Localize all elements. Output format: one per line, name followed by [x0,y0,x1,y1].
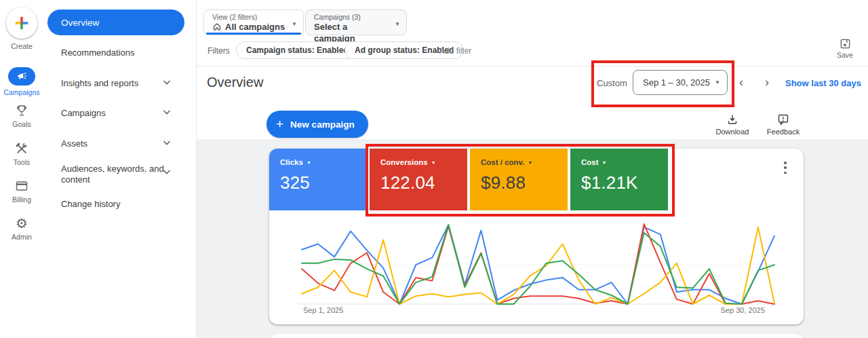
chevron-down-icon[interactable] [163,80,171,86]
nav-item-assets[interactable]: Assets [61,138,87,149]
metric-card-conversions[interactable]: Conversions▼ 122.04 [370,149,467,210]
google-plus-icon [14,16,29,31]
metric-label: Clicks [280,158,303,166]
save-icon [840,38,851,50]
header-divider [197,66,868,67]
metric-dropdown-icon[interactable]: ▼ [602,160,607,165]
new-campaign-label: New campaign [290,119,355,130]
nav-item-audiences-keywords-content[interactable]: Audiences, keywords, and content [61,164,164,185]
card-more-options-button[interactable] [780,160,791,175]
metric-card-cost[interactable]: Cost▼ $1.21K [570,149,668,210]
campaign-dropdown-value: Select a campaign [314,21,389,44]
metric-label: Cost / conv. [481,158,524,166]
google-ads-app: Create Campaigns Goals [0,0,868,338]
tools-icon [15,142,28,155]
chevron-down-icon[interactable] [163,140,171,146]
megaphone-icon [16,71,28,81]
plus-icon: + [276,117,283,132]
view-dropdown-value: All campaigns [225,21,285,33]
rail-item-goals[interactable] [15,104,28,117]
chart-line-cost [302,225,774,304]
view-filter-dropdown[interactable]: View (2 filters) All campaigns ▼ [203,10,304,35]
nav-overview-label: Overview [61,18,99,28]
download-icon [726,113,738,126]
rail-item-billing[interactable] [15,179,28,193]
campaign-select-dropdown[interactable]: Campaigns (3) Select a campaign ▼ [305,10,407,35]
rail-item-tools[interactable] [15,142,28,155]
save-label: Save [831,51,859,59]
date-mode-label: Custom [597,78,627,88]
metric-card-clicks[interactable]: Clicks▼ 325 [269,149,367,210]
metric-value: 122.04 [380,172,467,193]
nav-item-insights-and-reports[interactable]: Insights and reports [61,78,138,88]
metric-dropdown-icon[interactable]: ▼ [431,160,436,165]
icon-rail: Create Campaigns Goals [0,0,43,338]
next-period-button[interactable]: › [760,75,774,90]
save-button[interactable]: Save [831,38,859,59]
overview-summary-card: Clicks▼ 325 Conversions▼ 122.04 Cost / c… [269,149,804,324]
download-button[interactable]: Download [713,113,752,136]
rail-item-admin[interactable]: ⚙ [15,217,28,230]
nav-item-overview[interactable]: Overview [47,10,184,35]
add-filter-button[interactable]: Add filter [439,46,471,56]
campaign-dropdown-label: Campaigns (3) [314,13,389,21]
date-range-picker[interactable]: Sep 1 – 30, 2025 ▼ [633,70,728,95]
metric-card-cost-per-conv[interactable]: Cost / conv.▼ $9.88 [470,149,568,210]
rail-item-campaigns[interactable] [8,67,35,86]
metric-value: $1.21K [581,172,668,193]
metric-dropdown-icon[interactable]: ▼ [307,160,311,165]
next-section-card [269,334,804,338]
download-label: Download [713,128,752,136]
create-label: Create [0,42,43,50]
previous-period-button[interactable]: ‹ [734,75,749,90]
rail-billing-label: Billing [0,195,43,204]
section-nav: Overview Recommendations Insights and re… [43,0,197,338]
new-campaign-button[interactable]: + New campaign [267,111,368,138]
metric-scorecards: Clicks▼ 325 Conversions▼ 122.04 Cost / c… [269,149,668,210]
show-last-30-days-link[interactable]: Show last 30 days [785,78,861,88]
dropdown-caret-icon: ▼ [292,21,297,27]
chevron-down-icon[interactable] [163,110,171,115]
dropdown-caret-icon: ▼ [395,21,400,27]
rail-campaigns-label: Campaigns [0,88,43,96]
feedback-icon [777,113,789,126]
metric-dropdown-icon[interactable]: ▼ [528,160,532,165]
create-button[interactable] [6,7,37,39]
page-title: Overview [207,75,263,90]
chart-line-clicks [302,225,774,304]
home-icon [212,22,222,31]
trophy-icon [15,104,28,117]
metric-value: $9.88 [481,172,568,193]
feedback-label: Feedback [764,128,803,136]
nav-item-change-history[interactable]: Change history [61,199,120,209]
main-content: View (2 filters) All campaigns ▼ Campaig… [197,0,868,338]
dropdown-caret-icon: ▼ [715,79,720,86]
filters-label: Filters [208,46,230,56]
billing-card-icon [15,179,28,193]
rail-goals-label: Goals [0,120,43,128]
x-axis-start-label: Sep 1, 2025 [303,306,343,314]
metric-label: Cost [581,158,599,166]
rail-tools-label: Tools [0,158,43,166]
filter-chip-campaign-status[interactable]: Campaign status: Enabled [236,41,359,59]
nav-item-recommendations[interactable]: Recommendations [61,48,134,58]
gear-icon: ⚙ [16,217,28,230]
date-range-value: Sep 1 – 30, 2025 [643,77,710,88]
feedback-button[interactable]: Feedback [764,113,803,136]
nav-item-campaigns[interactable]: Campaigns [61,108,106,118]
x-axis-end-label: Sep 30, 2025 [721,306,765,314]
chevron-down-icon[interactable] [163,170,171,175]
metric-value: 325 [280,172,367,193]
rail-admin-label: Admin [0,233,43,241]
view-dropdown-label: View (2 filters) [212,13,285,21]
metric-label: Conversions [380,158,428,166]
